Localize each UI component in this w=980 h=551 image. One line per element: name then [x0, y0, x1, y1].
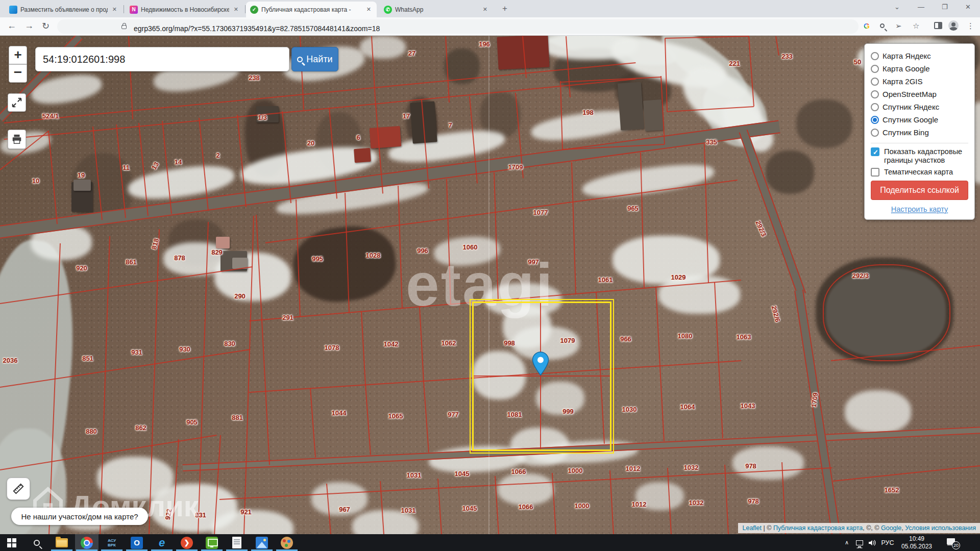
- parcel-label: 1078: [325, 344, 339, 352]
- profile-avatar[interactable]: [948, 20, 959, 31]
- browser-menu-icon[interactable]: ⋮: [967, 21, 974, 31]
- fullscreen-button[interactable]: [8, 93, 26, 112]
- zoom-page-icon[interactable]: [880, 23, 885, 28]
- back-button[interactable]: ←: [7, 20, 16, 31]
- tab-close-icon[interactable]: ✕: [111, 6, 118, 13]
- cadastral-map[interactable]: 1962723822123350524/11/31776201983352141…: [0, 36, 980, 534]
- browser-tab[interactable]: ✆WhatsApp✕: [380, 2, 493, 17]
- layer-option[interactable]: Карта Яндекс: [871, 49, 968, 62]
- address-bar[interactable]: egrp365.org/map/?x=55.17306371935491&y=8…: [57, 19, 859, 34]
- tab-close-icon[interactable]: ✕: [365, 6, 373, 13]
- layer-checkbox-row[interactable]: Тематическая карта: [871, 168, 968, 177]
- taskbar-item-photos[interactable]: [250, 534, 274, 551]
- tray-expand-icon[interactable]: ∧: [841, 534, 852, 551]
- layer-option[interactable]: Карта Google: [871, 62, 968, 75]
- parcel-label: 977: [448, 411, 459, 418]
- search-button[interactable]: Найти: [291, 47, 338, 71]
- browser-tab[interactable]: Разместить объявление о прод✕: [5, 2, 122, 17]
- taskbar-item-outlook[interactable]: O: [125, 534, 149, 551]
- ruler-icon: [12, 482, 25, 495]
- parcel-label: 198: [582, 109, 594, 116]
- tab-close-icon[interactable]: ✕: [232, 6, 240, 13]
- taskbar-item-app-red-arrow[interactable]: ❯: [175, 534, 199, 551]
- taskbar-item-asu-vrk[interactable]: АСУВРК: [100, 534, 124, 551]
- taskbar-item-paint[interactable]: [275, 534, 299, 551]
- attribution-link[interactable]: Leaflet: [742, 524, 762, 532]
- layer-checkbox-row[interactable]: Показать кадастровые границы участков: [871, 147, 968, 165]
- volume-icon[interactable]: [866, 534, 878, 551]
- parcel-label: 881: [232, 414, 243, 421]
- green-monitor-app-icon: [206, 537, 218, 549]
- cadastral-search-input[interactable]: [35, 47, 289, 71]
- browser-tab[interactable]: ✓Публичная кадастровая карта -✕: [246, 2, 377, 17]
- attribution-link[interactable]: Google: [881, 524, 901, 532]
- layer-option[interactable]: OpenStreetMap: [871, 88, 968, 101]
- measure-button[interactable]: [7, 478, 30, 500]
- layer-option[interactable]: Спутник Google: [871, 113, 968, 126]
- browser-tab[interactable]: NНедвижимость в Новосибирске✕: [126, 2, 244, 17]
- radio-button[interactable]: [871, 129, 879, 137]
- layer-option-label: Спутник Google: [883, 115, 938, 124]
- paint-app-icon: [281, 537, 293, 549]
- radio-button[interactable]: [871, 78, 879, 86]
- language-indicator[interactable]: РУС: [879, 534, 896, 551]
- attribution-link[interactable]: Условия использования: [905, 524, 976, 532]
- checkbox[interactable]: [871, 168, 879, 177]
- zoom-in-button[interactable]: +: [9, 46, 27, 64]
- bookmark-star-icon[interactable]: ☆: [913, 21, 919, 31]
- url-text[interactable]: egrp365.org/map/?x=55.17306371935491&y=8…: [134, 24, 380, 33]
- share-icon[interactable]: ➢: [895, 21, 902, 31]
- forward-button[interactable]: →: [24, 20, 34, 31]
- taskbar-item-chrome[interactable]: [75, 534, 99, 551]
- network-icon[interactable]: [853, 534, 866, 551]
- parcel-label: 931: [131, 348, 142, 356]
- radio-button[interactable]: [871, 90, 879, 98]
- radio-button[interactable]: [871, 116, 879, 124]
- layer-option[interactable]: Спутник Bing: [871, 126, 968, 139]
- radio-button[interactable]: [871, 65, 879, 73]
- parcel-label: 1032: [684, 464, 699, 471]
- new-tab-button[interactable]: +: [502, 4, 507, 14]
- cadastral-line: [256, 215, 270, 465]
- google-extension-icon[interactable]: G: [864, 21, 870, 30]
- zoom-out-button[interactable]: −: [9, 64, 27, 83]
- parcel-label: 292/3: [754, 219, 768, 238]
- notification-badge[interactable]: 20: [942, 534, 963, 551]
- print-button[interactable]: [8, 130, 26, 149]
- layer-option[interactable]: Спутник Яндекс: [871, 101, 968, 113]
- side-panel-icon[interactable]: [934, 22, 942, 29]
- start-icon: [7, 538, 16, 547]
- taskbar-item-notepad[interactable]: [225, 534, 249, 551]
- taskbar-item-app-green-monitor[interactable]: [200, 534, 224, 551]
- taskbar-item-internet-explorer[interactable]: e: [150, 534, 174, 551]
- selected-parcel-outline: [472, 302, 611, 451]
- parcel-label: 967: [339, 506, 350, 513]
- reload-button[interactable]: ↻: [42, 20, 50, 32]
- close-button[interactable]: ✕: [965, 3, 971, 11]
- layer-option-label: OpenStreetMap: [883, 90, 937, 98]
- parcel-label: 10: [32, 177, 39, 185]
- notepad-icon: [232, 537, 241, 548]
- tab-title: Публичная кадастровая карта -: [261, 6, 362, 13]
- parcel-label: 1065: [388, 412, 403, 420]
- parcel-label: 27: [408, 49, 415, 57]
- map-hint-tooltip[interactable]: Не нашли участок/дом на карте?: [11, 508, 148, 525]
- tab-close-icon[interactable]: ✕: [481, 6, 489, 13]
- parcel-label: 1063: [737, 333, 751, 341]
- layer-option[interactable]: Карта 2GIS: [871, 75, 968, 88]
- taskbar-item-start[interactable]: [0, 534, 23, 551]
- radio-button[interactable]: [871, 103, 879, 111]
- share-link-button[interactable]: Поделиться ссылкой: [871, 181, 968, 200]
- red-arrow-app-icon: ❯: [181, 537, 193, 549]
- taskbar-item-search[interactable]: [25, 534, 48, 551]
- clock[interactable]: 10:4905.05.2023: [897, 534, 936, 551]
- building: [370, 126, 402, 148]
- configure-map-link[interactable]: Настроить карту: [871, 205, 968, 213]
- attribution-link[interactable]: Публичная кадастровая карта: [773, 524, 863, 532]
- tab-search-icon[interactable]: ⌄: [894, 3, 900, 11]
- taskbar-item-file-explorer[interactable]: [50, 534, 74, 551]
- restore-button[interactable]: ❐: [942, 3, 948, 11]
- radio-button[interactable]: [871, 52, 879, 60]
- minimize-button[interactable]: —: [918, 3, 924, 11]
- checkbox[interactable]: [871, 147, 879, 156]
